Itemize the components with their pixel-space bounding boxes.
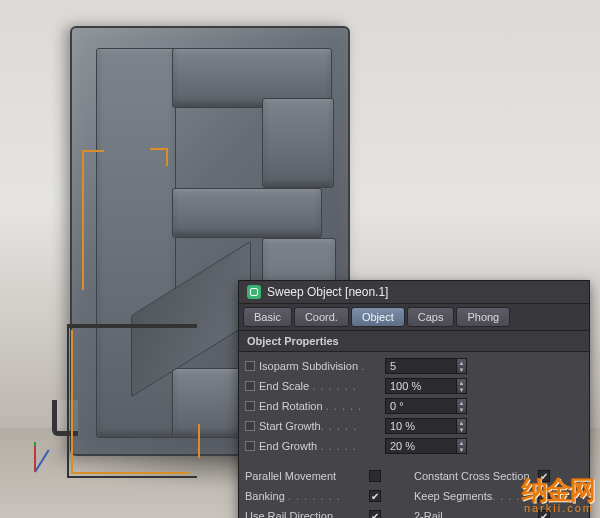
checkbox[interactable]: ✔	[538, 470, 550, 482]
letter-top-bowl	[262, 98, 334, 188]
guide-bracket	[82, 150, 104, 290]
axis-x[interactable]	[34, 446, 36, 472]
param-anim-box[interactable]	[245, 421, 255, 431]
stepper[interactable]: ▲▼	[457, 378, 467, 394]
chk-banking: Banking . . . . . . .✔	[245, 486, 414, 506]
letter-mid-bar	[172, 188, 322, 238]
param-label: Start Growth. . . . .	[259, 420, 385, 432]
axis-gizmo[interactable]	[14, 430, 56, 472]
end-scale-input[interactable]	[385, 378, 457, 394]
param-label: Isoparm Subdivision .	[259, 360, 385, 372]
section-header: Object Properties	[239, 331, 589, 352]
tab-object[interactable]: Object	[351, 307, 405, 327]
panel-title-text: Sweep Object [neon.1]	[267, 285, 388, 299]
axis-z[interactable]	[34, 449, 49, 472]
tab-coord[interactable]: Coord.	[294, 307, 349, 327]
stepper[interactable]: ▲▼	[457, 438, 467, 454]
checkbox[interactable]: ✔	[369, 490, 381, 502]
chk-use-rail-dir: Use Rail Direction .✔	[245, 506, 414, 518]
tab-phong[interactable]: Phong	[456, 307, 510, 327]
chk-label: Parallel Movement	[245, 470, 363, 482]
guide-bracket	[150, 148, 168, 166]
tab-basic[interactable]: Basic	[243, 307, 292, 327]
end-rotation-input[interactable]	[385, 398, 457, 414]
param-label: End Rotation . . . . .	[259, 400, 385, 412]
param-row-end-growth: End Growth . . . . . ▲▼	[245, 436, 583, 456]
param-anim-box[interactable]	[245, 401, 255, 411]
param-label: End Growth . . . . .	[259, 440, 385, 452]
checkbox[interactable]	[538, 490, 550, 502]
chk-constant-cross: Constant Cross Section✔	[414, 466, 583, 486]
param-row-isoparm: Isoparm Subdivision . ▲▼	[245, 356, 583, 376]
chk-label: Banking . . . . . . .	[245, 490, 363, 502]
chk-label: 2-Rail. . . . . . . . .	[414, 510, 532, 518]
chk-label: Keep Segments. . . .	[414, 490, 532, 502]
param-row-end-scale: End Scale . . . . . . ▲▼	[245, 376, 583, 396]
param-row-end-rotation: End Rotation . . . . . ▲▼	[245, 396, 583, 416]
guide-bracket	[198, 424, 200, 458]
checkbox[interactable]: ✔	[538, 510, 550, 518]
chk-label: Constant Cross Section	[414, 470, 532, 482]
param-anim-box[interactable]	[245, 441, 255, 451]
parameter-rows: Isoparm Subdivision . ▲▼ End Scale . . .…	[239, 352, 589, 464]
param-label: End Scale . . . . . .	[259, 380, 385, 392]
start-growth-input[interactable]	[385, 418, 457, 434]
checkbox[interactable]	[369, 470, 381, 482]
stepper[interactable]: ▲▼	[457, 358, 467, 374]
isoparm-input[interactable]	[385, 358, 457, 374]
checkbox[interactable]: ✔	[369, 510, 381, 518]
param-anim-box[interactable]	[245, 381, 255, 391]
checkbox-grid: Parallel Movement Constant Cross Section…	[239, 464, 589, 518]
panel-tabs: Basic Coord. Object Caps Phong	[239, 304, 589, 331]
chk-2-rail: 2-Rail. . . . . . . . .✔	[414, 506, 583, 518]
guide-bracket	[71, 330, 189, 474]
param-row-start-growth: Start Growth. . . . . ▲▼	[245, 416, 583, 436]
sweep-object-icon	[247, 285, 261, 299]
tab-caps[interactable]: Caps	[407, 307, 455, 327]
panel-titlebar[interactable]: Sweep Object [neon.1]	[239, 281, 589, 304]
stepper[interactable]: ▲▼	[457, 398, 467, 414]
attribute-panel: Sweep Object [neon.1] Basic Coord. Objec…	[238, 280, 590, 518]
end-growth-input[interactable]	[385, 438, 457, 454]
chk-parallel-movement: Parallel Movement	[245, 466, 414, 486]
chk-keep-segments: Keep Segments. . . .	[414, 486, 583, 506]
chk-label: Use Rail Direction .	[245, 510, 363, 518]
param-anim-box[interactable]	[245, 361, 255, 371]
stepper[interactable]: ▲▼	[457, 418, 467, 434]
